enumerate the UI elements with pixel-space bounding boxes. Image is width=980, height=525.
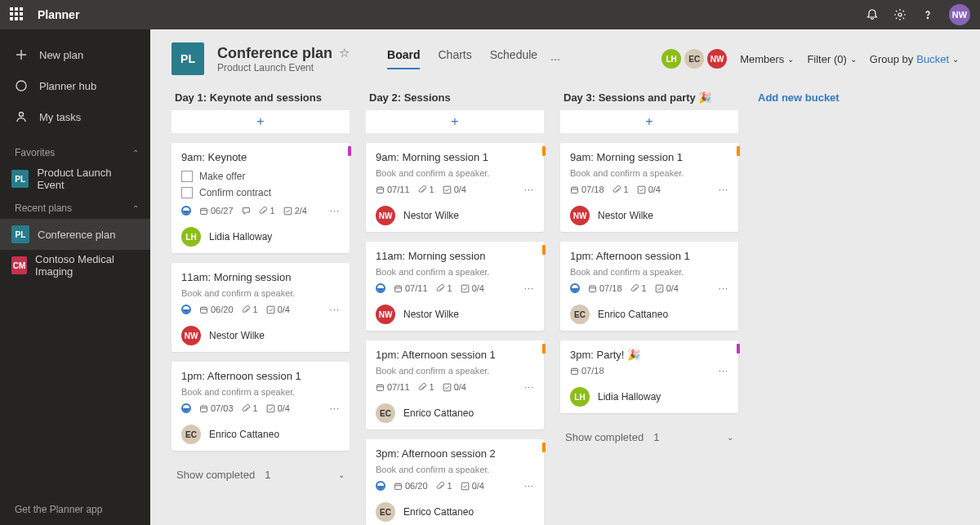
task-meta: 07/11 1 0/4··· [376,283,534,293]
notifications-icon[interactable] [866,8,879,21]
assignee-avatar: EC [376,502,395,522]
task-card[interactable]: 9am: Morning session 1Book and confirm a… [366,143,544,232]
group-by-dropdown[interactable]: Group by Bucket ⌄ [870,53,959,65]
task-assignee[interactable]: NWNestor Wilke [172,321,350,352]
task-description: Book and confirm a speaker. [570,168,728,178]
completed-count: 1 [653,431,659,443]
sidebar-item-planner-hub[interactable]: Planner hub [0,70,150,101]
favorites-header[interactable]: Favorites ⌃ [0,139,150,163]
sidebar-item-new-plan[interactable]: New plan [0,39,150,70]
progress-icon [376,283,385,293]
member-avatar[interactable]: LH [662,49,681,69]
settings-icon[interactable] [893,8,906,21]
sidebar-plan-contoso-medical-imaging[interactable]: CMContoso Medical Imaging [0,250,150,281]
bucket: Day 1: Keynote and sessions+9am: Keynote… [172,87,350,489]
svg-rect-5 [284,207,292,215]
tab-board[interactable]: Board [387,48,420,69]
recent-header[interactable]: Recent plans ⌃ [0,194,150,219]
svg-rect-6 [201,307,207,313]
svg-rect-22 [572,368,578,374]
sidebar-icon [15,48,28,61]
task-description: Book and confirm a speaker. [376,465,534,474]
bucket-title[interactable]: Day 3: Sessions and party 🎉 [560,87,738,110]
checklist-progress: 0/4 [266,403,290,413]
help-icon[interactable] [921,8,934,21]
task-assignee[interactable]: NWNestor Wilke [366,300,544,331]
chevron-down-icon: ⌄ [787,55,794,64]
task-more-icon[interactable]: ··· [524,185,534,194]
member-avatar[interactable]: NW [707,49,727,69]
show-completed-toggle[interactable]: Show completed1⌄ [560,423,738,452]
recent-label: Recent plans [15,202,72,214]
task-card[interactable]: 1pm: Afternoon session 1Book and confirm… [366,340,544,429]
task-more-icon[interactable]: ··· [330,305,340,314]
add-task-button[interactable]: + [366,110,544,133]
app-title: Planner [38,8,79,21]
more-menu-icon[interactable]: ··· [550,52,560,65]
favorites-label: Favorites [15,147,55,158]
assignee-name: Nestor Wilke [403,309,459,320]
task-title: 1pm: Afternoon session 1 [570,250,728,262]
sidebar-item-my-tasks[interactable]: My tasks [0,101,150,132]
plan-tile-icon: CM [11,256,27,274]
svg-rect-18 [572,187,578,193]
task-card[interactable]: 9am: Morning session 1Book and confirm a… [560,143,738,232]
attachments-count: 1 [612,185,629,194]
task-card[interactable]: 11am: Morning sessionBook and confirm a … [172,263,350,352]
task-more-icon[interactable]: ··· [524,283,534,293]
task-description: Book and confirm a speaker. [376,267,534,277]
task-more-icon[interactable]: ··· [330,403,340,413]
checklist-item[interactable]: Confirm contract [181,185,340,201]
task-card[interactable]: 3pm: Afternoon session 2Book and confirm… [366,439,544,525]
checklist-item[interactable]: Make offer [181,168,340,185]
category-stripe [737,146,740,156]
add-task-button[interactable]: + [560,110,738,133]
task-more-icon[interactable]: ··· [524,382,534,392]
task-card[interactable]: 3pm: Party! 🎉 07/18···LHLidia Halloway [560,340,738,413]
plan-tile-icon: PL [11,170,29,188]
task-assignee[interactable]: ECEnrico Cattaneo [366,497,544,525]
show-completed-toggle[interactable]: Show completed1⌄ [172,460,350,489]
filter-dropdown[interactable]: Filter (0) ⌄ [807,53,856,65]
task-assignee[interactable]: LHLidia Halloway [172,222,350,253]
task-card[interactable]: 1pm: Afternoon session 1Book and confirm… [172,362,350,451]
plan-name: Contoso Medical Imaging [35,253,139,278]
sidebar-plan-product-launch-event[interactable]: PLProduct Launch Event [0,163,150,194]
task-more-icon[interactable]: ··· [719,283,728,293]
chevron-down-icon: ⌄ [850,55,857,64]
task-assignee[interactable]: NWNestor Wilke [560,201,738,232]
member-avatar[interactable]: EC [684,49,704,69]
sidebar-plan-conference-plan[interactable]: PLConference plan [0,219,150,250]
favorite-star-icon[interactable]: ☆ [339,46,350,60]
app-launcher-icon[interactable] [10,7,24,22]
task-assignee[interactable]: ECEnrico Cattaneo [172,420,350,451]
sidebar-icon [15,79,28,92]
task-card[interactable]: 11am: Morning sessionBook and confirm a … [366,242,544,331]
svg-point-3 [20,113,24,117]
assignee-avatar: NW [376,206,395,225]
progress-icon [376,481,385,491]
task-card[interactable]: 9am: KeynoteMake offerConfirm contract 0… [172,143,350,253]
svg-rect-8 [201,406,207,412]
user-avatar[interactable]: NW [949,4,970,25]
task-assignee[interactable]: ECEnrico Cattaneo [560,300,738,331]
bucket-title[interactable]: Day 2: Sessions [366,87,544,110]
task-more-icon[interactable]: ··· [719,185,728,194]
task-assignee[interactable]: NWNestor Wilke [366,201,544,232]
task-more-icon[interactable]: ··· [330,206,340,216]
task-more-icon[interactable]: ··· [524,481,534,491]
task-assignee[interactable]: ECEnrico Cattaneo [366,398,544,429]
tab-schedule[interactable]: Schedule [490,48,537,69]
members-dropdown[interactable]: Members ⌄ [740,53,794,65]
checkbox-icon[interactable] [181,187,193,198]
add-task-button[interactable]: + [172,110,350,133]
task-card[interactable]: 1pm: Afternoon session 1Book and confirm… [560,242,738,331]
bucket-title[interactable]: Day 1: Keynote and sessions [172,87,350,110]
checkbox-icon[interactable] [181,171,193,182]
category-stripe [542,344,546,354]
get-app-link[interactable]: Get the Planner app [0,494,150,525]
tab-charts[interactable]: Charts [438,48,471,69]
task-more-icon[interactable]: ··· [719,366,728,376]
add-bucket-button[interactable]: Add new bucket [755,87,933,109]
task-assignee[interactable]: LHLidia Halloway [560,382,738,413]
